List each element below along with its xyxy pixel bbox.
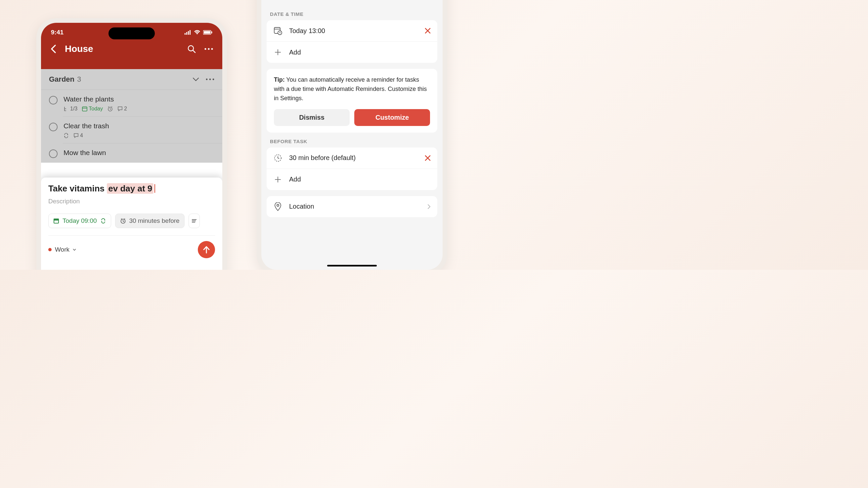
more-icon[interactable] <box>203 43 214 55</box>
plus-icon <box>273 175 282 184</box>
timer-icon <box>273 154 282 163</box>
svg-rect-20 <box>54 219 59 220</box>
svg-point-9 <box>205 48 206 50</box>
task-checkbox[interactable] <box>49 123 58 131</box>
description-input[interactable]: Description <box>48 198 215 205</box>
location-row[interactable]: Location <box>267 196 437 217</box>
project-selector[interactable]: Work <box>48 246 76 253</box>
page-title: House <box>65 44 180 54</box>
svg-rect-3 <box>190 30 190 35</box>
task-title: Clear the trash <box>63 122 214 130</box>
date-chip: Today <box>82 106 103 112</box>
section-label-datetime: DATE & TIME <box>261 11 443 20</box>
section-more-icon[interactable] <box>206 78 214 80</box>
caret-down-icon <box>73 249 76 251</box>
more-options-chip[interactable] <box>189 214 200 228</box>
task-title: Mow the lawn <box>63 149 214 157</box>
remove-before-icon[interactable] <box>425 155 431 161</box>
svg-point-10 <box>208 48 209 50</box>
tip-card: Tip: You can automatically receive a rem… <box>267 69 437 133</box>
customize-button[interactable]: Customize <box>354 109 430 126</box>
back-icon[interactable] <box>48 43 59 55</box>
task-row[interactable]: Clear the trash 4 <box>41 117 222 143</box>
task-name-input[interactable]: Take vitamins ev day at 9 <box>48 184 215 194</box>
add-before-row[interactable]: Add <box>267 169 437 190</box>
chevron-right-icon <box>427 204 431 209</box>
calendar-icon <box>53 218 59 224</box>
due-date-chip[interactable]: Today 09:00 <box>48 214 111 228</box>
before-task-card: 30 min before (default) Add <box>267 148 437 190</box>
datetime-card: Today 13:00 Add <box>267 20 437 63</box>
svg-rect-6 <box>211 31 212 33</box>
comments-icon: 2 <box>118 106 127 112</box>
svg-point-12 <box>206 79 208 80</box>
wifi-icon <box>194 30 200 35</box>
recurring-icon <box>63 133 69 138</box>
notch <box>108 27 155 39</box>
reminder-chip[interactable]: 30 minutes before <box>115 214 185 228</box>
before-task-row[interactable]: 30 min before (default) <box>267 148 437 169</box>
text-cursor <box>154 184 155 193</box>
svg-point-30 <box>277 204 279 206</box>
svg-rect-15 <box>82 107 87 111</box>
dismiss-button[interactable]: Dismiss <box>274 109 350 126</box>
phone-right: DATE & TIME Today 13:00 <box>257 0 447 270</box>
status-icons <box>185 30 212 35</box>
task-list-dimmed: Garden 3 Water the plants <box>41 69 222 163</box>
location-card: Location <box>267 196 437 217</box>
section-title: Garden <box>49 75 74 84</box>
home-indicator <box>327 265 377 266</box>
svg-point-14 <box>213 79 214 80</box>
svg-line-8 <box>193 50 195 53</box>
task-title: Water the plants <box>63 95 214 103</box>
svg-rect-5 <box>204 31 210 34</box>
remove-datetime-icon[interactable] <box>425 28 431 34</box>
section-label-before: BEFORE TASK <box>261 138 443 148</box>
svg-rect-21 <box>54 221 58 223</box>
comments-icon: 4 <box>73 133 83 138</box>
subtasks-icon: 1/3 <box>63 106 78 112</box>
arrow-up-icon <box>203 246 210 254</box>
quick-add-sheet: Take vitamins ev day at 9 Description To… <box>41 177 222 270</box>
alarm-icon <box>120 218 126 224</box>
location-pin-icon <box>273 202 282 211</box>
recurring-icon <box>100 218 106 224</box>
signal-icon <box>185 30 191 35</box>
task-row[interactable]: Mow the lawn <box>41 143 222 163</box>
svg-rect-0 <box>185 33 186 35</box>
battery-icon <box>203 30 212 35</box>
svg-point-13 <box>209 79 211 80</box>
submit-button[interactable] <box>198 241 215 258</box>
section-header[interactable]: Garden 3 <box>41 69 222 90</box>
phone-left: 9:41 <box>36 18 227 270</box>
add-datetime-row[interactable]: Add <box>267 42 437 63</box>
calendar-clock-icon <box>273 26 282 35</box>
task-checkbox[interactable] <box>49 150 58 158</box>
task-checkbox[interactable] <box>49 96 58 104</box>
svg-rect-2 <box>188 31 189 35</box>
plus-icon <box>273 47 282 57</box>
project-color-dot <box>48 248 52 251</box>
app-header: 9:41 <box>41 23 222 69</box>
svg-point-11 <box>211 48 213 50</box>
datetime-row[interactable]: Today 13:00 <box>267 20 437 42</box>
chevron-down-icon[interactable] <box>192 77 199 82</box>
alarm-icon <box>107 106 113 111</box>
task-row[interactable]: Water the plants 1/3 Today <box>41 90 222 117</box>
search-icon[interactable] <box>186 43 197 55</box>
tip-prefix: Tip: <box>274 76 285 83</box>
section-count: 3 <box>77 75 192 84</box>
tip-body: You can automatically receive a reminder… <box>274 76 427 101</box>
svg-rect-1 <box>186 32 187 35</box>
status-time: 9:41 <box>51 29 63 36</box>
